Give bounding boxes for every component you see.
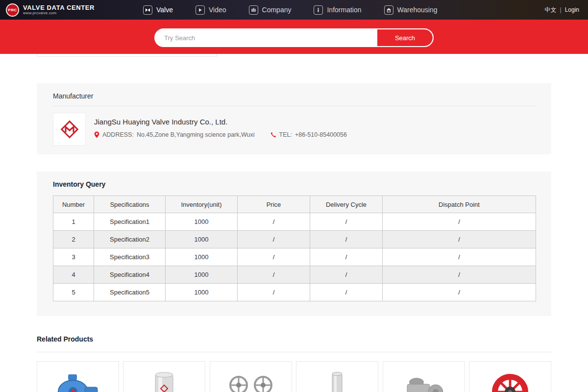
location-pin-icon bbox=[94, 131, 99, 138]
nav-label: Video bbox=[209, 6, 226, 14]
table-cell: 1000 bbox=[166, 284, 238, 301]
table-cell: / bbox=[238, 231, 310, 248]
top-header: PRC VALVE DATA CENTER www.prcvalve.com V… bbox=[0, 0, 588, 20]
main-navigation: Valve Video Company Information Warehous… bbox=[143, 0, 438, 20]
manufacturer-logo bbox=[53, 113, 86, 146]
address-label: ADDRESS: bbox=[102, 131, 134, 138]
nav-item-warehousing[interactable]: Warehousing bbox=[384, 5, 438, 15]
nav-item-company[interactable]: Company bbox=[249, 5, 292, 15]
divider bbox=[37, 352, 551, 352]
manufacturer-meta: ADDRESS: No.45,Zone B,Yangming science p… bbox=[94, 131, 347, 138]
search-button[interactable]: Search bbox=[377, 29, 433, 46]
inventory-section-title: Inventory Query bbox=[53, 180, 105, 188]
table-cell: / bbox=[383, 284, 536, 301]
product-card[interactable] bbox=[383, 361, 465, 392]
table-row: 2 Specification2 1000 / / / bbox=[53, 231, 536, 248]
product-card[interactable] bbox=[37, 361, 119, 392]
table-cell: / bbox=[310, 213, 383, 231]
huaying-logo-icon bbox=[59, 119, 80, 140]
blue-actuator-product-image bbox=[49, 369, 107, 392]
nav-label: Valve bbox=[156, 6, 173, 14]
table-cell: / bbox=[238, 284, 310, 301]
nav-label: Company bbox=[262, 6, 292, 14]
address-value: No.45,Zone B,Yangming science park,Wuxi bbox=[137, 131, 255, 138]
manufacturer-section-title: Manufacturer bbox=[53, 92, 93, 100]
nav-item-valve[interactable]: Valve bbox=[143, 5, 173, 15]
table-cell: 5 bbox=[53, 284, 94, 301]
nav-label: Warehousing bbox=[397, 6, 438, 14]
product-card[interactable] bbox=[296, 361, 378, 392]
column-header: Price bbox=[238, 196, 310, 213]
inventory-section: Inventory Query Number Specifications In… bbox=[37, 172, 551, 316]
inventory-table: Number Specifications Inventory(unit) Pr… bbox=[53, 196, 536, 301]
nav-item-information[interactable]: Information bbox=[314, 5, 361, 15]
column-header: Number bbox=[53, 196, 94, 213]
table-row: 3 Specification3 1000 / / / bbox=[53, 248, 536, 266]
red-handwheel-valve-product-image bbox=[481, 369, 539, 392]
table-cell: / bbox=[310, 284, 383, 301]
table-cell: 1000 bbox=[166, 231, 238, 248]
table-cell: / bbox=[310, 231, 383, 248]
tel-value: +86-510-85400056 bbox=[295, 131, 347, 138]
twin-handwheel-valve-product-image bbox=[217, 369, 285, 392]
table-cell: 1000 bbox=[166, 213, 238, 231]
phone-icon bbox=[270, 132, 276, 138]
related-products-row bbox=[37, 361, 551, 392]
nav-item-video[interactable]: Video bbox=[196, 5, 226, 15]
table-row: 4 Specification4 1000 / / / bbox=[53, 266, 536, 284]
brand-logo[interactable]: PRC VALVE DATA CENTER www.prcvalve.com bbox=[6, 0, 95, 20]
login-link[interactable]: Login bbox=[565, 6, 579, 13]
company-icon bbox=[249, 5, 258, 15]
information-icon bbox=[314, 5, 323, 15]
column-header: Inventory(unit) bbox=[166, 196, 238, 213]
table-cell: Specification5 bbox=[94, 284, 166, 301]
brand-url: www.prcvalve.com bbox=[23, 11, 95, 15]
table-cell: / bbox=[310, 266, 383, 284]
product-card[interactable] bbox=[210, 361, 292, 392]
table-cell: 1 bbox=[53, 213, 94, 231]
table-cell: / bbox=[383, 248, 536, 266]
table-cell: / bbox=[383, 213, 536, 231]
table-cell: Specification4 bbox=[94, 266, 166, 284]
warehousing-icon bbox=[384, 5, 393, 15]
table-cell: / bbox=[238, 213, 310, 231]
language-switch[interactable]: 中文 bbox=[545, 6, 557, 14]
table-cell: 4 bbox=[53, 266, 94, 284]
table-row: 1 Specification1 1000 / / / bbox=[53, 213, 536, 231]
table-cell: 1000 bbox=[166, 248, 238, 266]
table-cell: Specification2 bbox=[94, 231, 166, 248]
gray-actuator-product-image bbox=[394, 369, 453, 392]
table-cell: 3 bbox=[53, 248, 94, 266]
table-cell: / bbox=[238, 266, 310, 284]
table-cell: / bbox=[383, 231, 536, 248]
table-cell: / bbox=[310, 248, 383, 266]
table-cell: Specification1 bbox=[94, 213, 166, 231]
table-cell: 2 bbox=[53, 231, 94, 248]
search-input[interactable] bbox=[155, 29, 377, 46]
manufacturer-section: Manufacturer JiangSu Huaying Valve Indus… bbox=[37, 83, 551, 154]
table-cell: 1000 bbox=[166, 266, 238, 284]
header-right-links: 中文 | Login bbox=[545, 0, 580, 20]
search-pill: Search bbox=[154, 28, 434, 47]
tel-label: TEL: bbox=[279, 131, 292, 138]
brand-title: VALVE DATA CENTER bbox=[23, 4, 95, 11]
table-cell: Specification3 bbox=[94, 248, 166, 266]
vertical-steel-valve-product-image bbox=[308, 369, 367, 392]
divider bbox=[53, 106, 535, 106]
video-icon bbox=[196, 5, 205, 15]
table-header-row: Number Specifications Inventory(unit) Pr… bbox=[53, 196, 536, 213]
manufacturer-name: JiangSu Huaying Valve Industry Co., Ltd. bbox=[94, 118, 227, 126]
nav-label: Information bbox=[327, 6, 361, 14]
related-products-title: Related Products bbox=[37, 335, 93, 343]
table-row: 5 Specification5 1000 / / / bbox=[53, 284, 536, 301]
partial-card-bottom bbox=[37, 54, 217, 57]
column-header: Dispatch Point bbox=[383, 196, 536, 213]
separator: | bbox=[560, 6, 562, 13]
steel-cylinder-product-image bbox=[135, 369, 194, 392]
table-cell: / bbox=[383, 266, 536, 284]
product-card[interactable] bbox=[123, 361, 205, 392]
table-cell: / bbox=[238, 248, 310, 266]
prc-logo-icon: PRC bbox=[6, 3, 19, 17]
product-card[interactable] bbox=[469, 361, 551, 392]
search-bar-section: Search bbox=[0, 20, 588, 54]
